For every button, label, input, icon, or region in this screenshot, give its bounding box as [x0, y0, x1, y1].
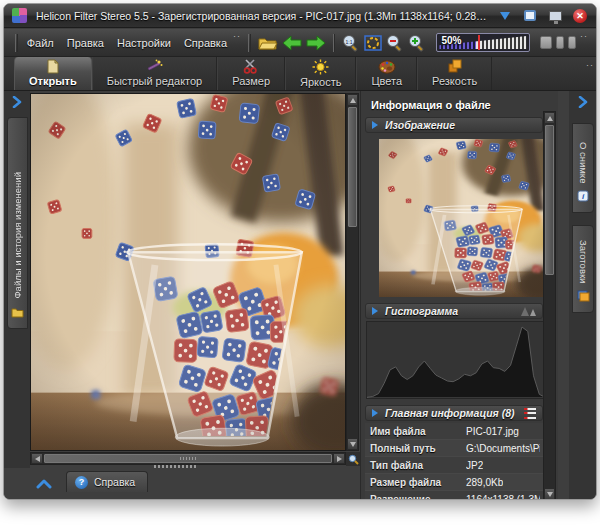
chevron-right-icon [577, 96, 589, 108]
info-label: Полный путь [370, 443, 466, 454]
forward-button[interactable] [306, 32, 326, 54]
sun-icon [312, 59, 329, 75]
split-view-button[interactable] [556, 36, 564, 49]
open-folder-button[interactable] [258, 32, 278, 54]
triangle-right-icon [372, 307, 378, 315]
triangle-right-icon [372, 121, 378, 129]
table-row[interactable]: Имя файла PIC-017.jpg [365, 423, 545, 440]
tab-quick-editor[interactable]: Быстрый редактор [92, 57, 218, 90]
table-row[interactable]: Разрешение 1164x1138 (1.3Мп) [365, 491, 545, 500]
tab-label: Резкость [432, 75, 477, 87]
toolbar-overflow-icon[interactable]: ·· [580, 31, 588, 41]
palette-icon [378, 59, 396, 74]
tab-colors[interactable]: Цвета [356, 57, 417, 90]
title-bar[interactable]: Helicon Filter Stereo 5.5 - Зарегистриро… [4, 4, 596, 28]
menu-overflow-icon[interactable]: ·· [233, 31, 241, 41]
expand-left-panel-button[interactable] [8, 94, 26, 110]
zoom-in-button[interactable] [408, 32, 426, 54]
tab-label: Быстрый редактор [107, 75, 203, 87]
tab-open[interactable]: Открыть [14, 57, 92, 90]
menu-file[interactable]: Файл [27, 37, 54, 49]
tab-label: Цвета [371, 75, 402, 87]
vertical-scroll-thumb[interactable] [348, 107, 357, 227]
dual-view-button[interactable] [568, 36, 576, 49]
splitter-grip[interactable] [154, 465, 198, 468]
about-shot-tab-label: О снимке [578, 142, 589, 183]
fit-screen-button[interactable] [364, 32, 382, 54]
navigator-button[interactable] [346, 452, 360, 466]
menu-settings[interactable]: Настройки [117, 37, 171, 49]
files-history-tab-label: Файлы и история изменений [12, 172, 23, 299]
section-histogram[interactable]: Гистограмма [365, 303, 543, 319]
toolbar-grip[interactable] [15, 34, 18, 52]
histogram-mode-icon[interactable] [521, 307, 536, 316]
zoom-100-button[interactable]: 1:1 [342, 32, 360, 54]
info-label: Тип файла [370, 460, 466, 471]
close-button[interactable]: ✕ [572, 8, 588, 23]
maximize-icon [524, 10, 536, 21]
open-folder-icon [258, 35, 278, 51]
expand-right-panel-button[interactable] [574, 94, 592, 110]
info-label: Размер файла [370, 477, 466, 488]
toolbar-grip[interactable] [333, 34, 336, 52]
files-history-tab[interactable]: Файлы и история изменений [7, 117, 28, 329]
fullscreen-button[interactable] [547, 8, 563, 23]
triangle-up-icon [547, 116, 553, 121]
thumbnail-image[interactable] [379, 139, 545, 297]
help-tab-label: Справка [94, 476, 135, 488]
help-tab[interactable]: ? Справка [66, 471, 148, 492]
arrow-right-icon [306, 35, 326, 51]
monitor-icon [549, 11, 562, 21]
left-dock-strip: Файлы и история изменений [4, 91, 30, 468]
tab-brightness[interactable]: Яркость [285, 57, 356, 90]
tabbar-overflow-icon[interactable]: ·· [586, 60, 594, 70]
zoom-slider[interactable]: 50% [436, 33, 529, 52]
info-panel-title: Информация о файле [371, 99, 491, 111]
info-label: Имя файла [370, 426, 466, 437]
panel-scroll-up-button[interactable] [544, 112, 555, 124]
zoom-out-button[interactable] [386, 32, 404, 54]
magnifier-icon [348, 454, 359, 465]
scroll-up-button[interactable] [347, 94, 358, 106]
table-row[interactable]: Тип файла JP2 [365, 457, 545, 474]
back-button[interactable] [282, 32, 302, 54]
tab-sharpness[interactable]: Резкость [417, 57, 492, 90]
section-main-info-label: Главная информация (8) [385, 407, 515, 419]
menu-edit[interactable]: Правка [67, 37, 104, 49]
expand-bottom-panel-button[interactable] [36, 476, 52, 494]
tab-size[interactable]: Размер [217, 57, 285, 90]
table-row[interactable]: Полный путь G:\Documents\Pic... [365, 440, 545, 457]
triangle-up-icon [350, 98, 356, 103]
arrow-left-icon [282, 35, 302, 51]
panel-scroll-down-button[interactable] [544, 488, 555, 500]
field-list-icon[interactable] [524, 408, 536, 419]
about-shot-tab[interactable]: О снимке i [572, 123, 594, 213]
tab-label: Яркость [300, 76, 341, 88]
table-row[interactable]: Размер файла 289,0Kb [365, 474, 545, 491]
zoom-slider-marker[interactable] [478, 35, 480, 50]
section-image[interactable]: Изображение [365, 117, 543, 133]
info-panel: Информация о файле Изображение Гистограм… [360, 91, 558, 500]
triangle-down-icon [547, 492, 553, 497]
sharpness-icon [447, 59, 463, 74]
minimize-button[interactable] [497, 8, 513, 23]
presets-tab[interactable]: Заготовки [572, 225, 594, 313]
menu-help[interactable]: Справка [184, 37, 227, 49]
main-toolbar: Файл Правка Настройки Справка ·· [4, 29, 596, 57]
maximize-button[interactable] [522, 8, 538, 23]
scroll-left-button[interactable] [31, 453, 43, 464]
image-vertical-scrollbar[interactable] [346, 93, 359, 451]
presets-tab-label: Заготовки [578, 240, 589, 283]
photo-canvas[interactable] [30, 93, 346, 451]
question-icon: ? [75, 476, 88, 489]
horizontal-scroll-thumb[interactable] [44, 454, 332, 463]
toolbar-grip[interactable] [248, 34, 251, 52]
view-mode-button[interactable] [540, 36, 553, 49]
section-main-info[interactable]: Главная информация (8) [365, 405, 543, 421]
panel-scrollbar[interactable] [543, 111, 556, 500]
triangle-left-icon [35, 456, 40, 462]
panel-scroll-thumb[interactable] [545, 125, 554, 275]
image-horizontal-scrollbar[interactable] [30, 452, 346, 465]
scroll-down-button[interactable] [347, 438, 358, 450]
scroll-right-button[interactable] [333, 453, 345, 464]
